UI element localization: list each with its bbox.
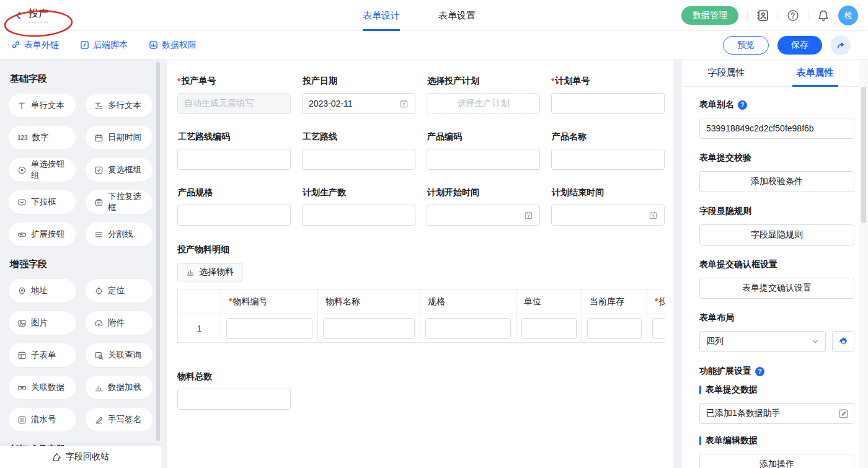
save-button[interactable]: 保存 [777, 36, 822, 55]
form-field-production-no[interactable]: *投产单号 自动生成无需填写 [177, 76, 291, 114]
edit-pencil-icon[interactable] [838, 408, 849, 419]
field-type-address[interactable]: 地址 [9, 279, 76, 302]
material-code-input[interactable] [226, 318, 312, 339]
route-code-input[interactable] [177, 149, 291, 170]
plan-no-input[interactable] [551, 93, 665, 114]
form-external-link[interactable]: 表单外链 [11, 40, 59, 51]
page-scrollbar-thumb[interactable] [861, 87, 866, 223]
field-type-subform[interactable]: 子表单 [9, 343, 76, 367]
back-button[interactable]: 投产 [0, 7, 48, 23]
linked-data-icon [17, 383, 27, 392]
layout-select[interactable]: 四列 [699, 331, 826, 352]
plan-start-input[interactable] [427, 205, 540, 226]
calendar-icon [399, 99, 409, 108]
accent-bar [699, 436, 701, 445]
submit-confirm-button[interactable]: 表单提交确认设置 [699, 278, 854, 299]
field-type-linked-data[interactable]: 关联数据 [9, 376, 76, 399]
field-type-divider[interactable]: 分割线 [86, 223, 153, 246]
field-type-serial-number[interactable]: 流水号 [9, 408, 76, 431]
product-spec-input[interactable] [177, 205, 291, 226]
form-alias-input[interactable]: 539918849c2d2cf50fe98f6b [699, 118, 854, 139]
field-visibility-button[interactable]: 字段显隐规则 [699, 224, 854, 245]
data-helper-box[interactable]: 已添加1条数据助手 [699, 403, 854, 424]
field-library-sidebar: 基础字段 单行文本 多行文本 123 数字 日期时间 单选按钮组 [0, 60, 161, 468]
field-type-image[interactable]: 图片 [9, 311, 76, 335]
link-icon [11, 40, 20, 50]
field-type-number[interactable]: 123 数字 [9, 126, 76, 149]
preview-button[interactable]: 预览 [723, 36, 769, 55]
extend-button-icon [17, 230, 27, 239]
data-manage-button[interactable]: 数据管理 [681, 6, 738, 25]
form-field-product-name[interactable]: 产品名称 [551, 131, 665, 170]
sidebar-scrollbar[interactable] [156, 62, 160, 441]
field-type-multi-text[interactable]: 多行文本 [86, 94, 153, 117]
properties-panel: 字段属性 表单属性 表单别名 ? 539918849c2d2cf50fe98f6… [682, 60, 859, 468]
help-badge-icon[interactable]: ? [755, 367, 764, 376]
stock-input[interactable] [587, 318, 642, 339]
field-type-extend-button[interactable]: 扩展按钮 [9, 223, 76, 246]
add-operation-button[interactable]: 添加操作 [699, 454, 854, 468]
layout-settings-button[interactable] [832, 331, 854, 352]
field-visibility-label: 字段显隐规则 [699, 206, 751, 217]
text-icon [17, 101, 27, 110]
tab-form-design[interactable]: 表单设计 [363, 0, 400, 31]
field-type-linked-query[interactable]: 关联查询 [86, 343, 153, 367]
backend-script-link[interactable]: 后端脚本 [80, 40, 128, 51]
select-material-button[interactable]: 选择物料 [177, 263, 242, 281]
tab-form-settings[interactable]: 表单设置 [438, 0, 476, 31]
select-production-plan-button[interactable]: 选择生产计划 [427, 93, 540, 114]
page-scrollbar[interactable] [859, 60, 868, 468]
chevron-down-icon [812, 338, 819, 345]
field-type-checkbox-group[interactable]: 复选框组 [86, 158, 153, 182]
material-name-input[interactable] [323, 318, 415, 339]
field-recycle-bin[interactable]: 字段回收站 [0, 446, 161, 468]
form-field-select-plan[interactable]: 选择投产计划 选择生产计划 [427, 76, 540, 114]
add-validation-button[interactable]: 添加校验条件 [699, 171, 854, 192]
user-avatar[interactable]: 检 [838, 6, 858, 25]
help-icon[interactable] [787, 9, 799, 22]
form-field-plan-qty[interactable]: 计划生产数 [302, 187, 415, 226]
plan-qty-input[interactable] [302, 205, 415, 226]
qty-input[interactable] [652, 318, 665, 339]
field-type-multi-select[interactable]: 下拉复选框 [86, 190, 153, 214]
field-type-single-text[interactable]: 单行文本 [9, 94, 76, 117]
product-code-input[interactable] [427, 149, 540, 170]
subform-data-row: 1 [178, 314, 665, 343]
attachment-cloud-icon [94, 319, 104, 328]
form-field-plan-start[interactable]: 计划开始时间 [427, 187, 540, 226]
field-type-data-load[interactable]: 数据加载 [86, 376, 153, 399]
header-tabs: 表单设计 表单设置 [363, 0, 476, 31]
production-date-input[interactable]: 2023-02-11 [302, 93, 415, 114]
field-type-location[interactable]: 定位 [86, 279, 153, 302]
route-input[interactable] [302, 149, 415, 170]
field-type-attachment[interactable]: 附件 [86, 311, 153, 335]
share-button[interactable] [831, 35, 851, 55]
form-field-route[interactable]: 工艺路线 [302, 131, 415, 170]
help-badge-icon[interactable]: ? [738, 100, 747, 110]
form-field-production-date[interactable]: 投产日期 2023-02-11 [302, 76, 415, 114]
divider [747, 11, 748, 20]
unit-input[interactable] [521, 318, 577, 339]
form-field-plan-no[interactable]: *计划单号 [551, 76, 665, 114]
spec-input[interactable] [425, 318, 511, 339]
form-field-route-code[interactable]: 工艺路线编码 [177, 131, 291, 170]
form-field-material-total[interactable]: 物料总数 [177, 371, 665, 410]
field-type-datetime[interactable]: 日期时间 [86, 126, 153, 149]
tab-form-properties[interactable]: 表单属性 [771, 60, 859, 86]
form-field-product-code[interactable]: 产品编码 [427, 131, 540, 170]
contacts-book-icon[interactable] [756, 9, 769, 22]
notification-bell-icon[interactable] [817, 9, 830, 22]
product-name-input[interactable] [551, 149, 665, 170]
field-type-radio-group[interactable]: 单选按钮组 [9, 158, 76, 182]
data-permission-link[interactable]: 数据权限 [149, 40, 197, 51]
field-type-signature[interactable]: 手写签名 [86, 408, 153, 431]
row-index: 1 [178, 314, 221, 343]
form-field-plan-end[interactable]: 计划结束时间 [551, 187, 665, 226]
material-total-input[interactable] [177, 389, 291, 410]
subform-material-detail[interactable]: 投产物料明细 选择物料 *物料编号 物料名称 规格 单位 当前库存 [177, 244, 665, 343]
field-type-select[interactable]: 下拉框 [9, 190, 76, 214]
plan-end-input[interactable] [551, 205, 665, 226]
tab-field-properties[interactable]: 字段属性 [682, 60, 771, 86]
link-label: 数据权限 [162, 40, 197, 51]
form-field-product-spec[interactable]: 产品规格 [177, 187, 291, 226]
